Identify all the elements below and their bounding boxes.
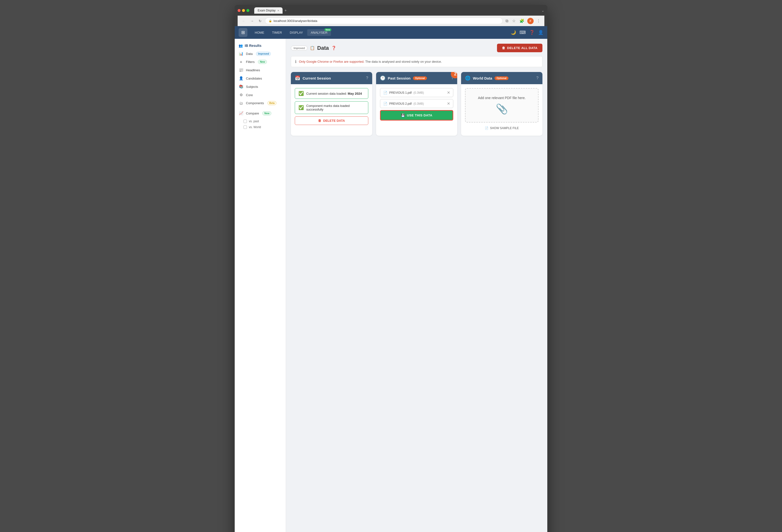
nav-display[interactable]: DISPLAY xyxy=(286,29,306,36)
world-data-title: World Data xyxy=(473,76,492,80)
vs-world-checkbox[interactable] xyxy=(244,125,247,129)
info-icon: ℹ xyxy=(295,59,296,64)
screen-capture-icon[interactable]: ⧉ xyxy=(504,18,509,24)
session-loaded-item: ✅ Current session data loaded: May 2024 xyxy=(295,88,368,99)
components-icon: 🗂 xyxy=(239,101,244,105)
data-improved-badge: Improved xyxy=(256,52,271,56)
page-title: Data xyxy=(317,45,329,51)
past-session-card: 🕐 Past Session Optional ? 2 📄 PREVIOUS 1… xyxy=(376,72,457,136)
past-session-optional-badge: Optional xyxy=(413,76,427,80)
window-expand-icon: ⌄ xyxy=(541,8,544,12)
check-circle-icon-2: ✅ xyxy=(298,105,304,110)
extensions-icon[interactable]: 🧩 xyxy=(519,17,525,24)
cards-grid: 📅 Current Session ? ✅ Current session da… xyxy=(291,72,542,136)
use-this-data-button[interactable]: 💾 USE THIS DATA xyxy=(380,110,454,120)
browser-forward-button[interactable]: → xyxy=(249,18,255,24)
current-session-card: 📅 Current Session ? ✅ Current session da… xyxy=(291,72,372,136)
past-file-1: 📄 PREVIOUS 1.pdf (0.3MB) ✕ xyxy=(380,88,454,97)
upload-area[interactable]: Add one relevant PDF file here. 📎 xyxy=(465,88,538,122)
tab-close-button[interactable]: × xyxy=(278,9,279,12)
app-logo-icon: ⊞ xyxy=(241,30,245,35)
app-logo: ⊞ xyxy=(239,28,247,37)
page-header: Improved 📋 Data ❓ 🗑 DELETE ALL DATA xyxy=(291,44,542,52)
sidebar-item-subjects[interactable]: 📚 Subjects xyxy=(235,82,286,91)
current-session-body: ✅ Current session data loaded: May 2024 … xyxy=(291,84,372,129)
check-circle-icon: ✅ xyxy=(298,91,304,96)
compare-icon: 📈 xyxy=(239,111,244,115)
clock-icon: 🕐 xyxy=(380,75,385,81)
sidebar-subitem-vs-past[interactable]: vs. past xyxy=(235,118,286,124)
info-banner: ℹ Only Google Chrome or Firefox are supp… xyxy=(291,56,542,67)
current-session-help-icon[interactable]: ? xyxy=(366,76,368,80)
app-nav-right: 🌙 ⌨ ❓ 👤 xyxy=(511,30,543,35)
address-bar[interactable]: 🔒 localhost:3003/analyser/ib/data xyxy=(265,17,503,24)
current-session-header: 📅 Current Session ? xyxy=(291,72,372,84)
normal-text: The data is analysed and stored solely o… xyxy=(365,60,442,64)
browser-refresh-button[interactable]: ↻ xyxy=(257,18,263,24)
maximize-traffic-light[interactable] xyxy=(246,9,249,12)
past-file-2: 📄 PREVIOUS 2.pdf (0.3MB) ✕ xyxy=(380,99,454,108)
remove-file-1-icon[interactable]: ✕ xyxy=(447,90,450,95)
app-nav-links: HOME TIMER DISPLAY ANALYSER New xyxy=(251,29,331,36)
sample-icon: 📄 xyxy=(485,126,489,130)
world-data-card: 🌐 World Data Optional ? Add one relevant… xyxy=(461,72,542,136)
sidebar-item-core[interactable]: ⚙ Core xyxy=(235,91,286,99)
sidebar: 👥 IB Results 📊 Data Improved ≡ Filters N… xyxy=(235,39,286,532)
page-help-icon[interactable]: ❓ xyxy=(331,46,336,50)
page-improved-badge: Improved xyxy=(291,46,308,50)
world-data-optional-badge: Optional xyxy=(495,76,508,80)
browser-back-button[interactable]: ← xyxy=(241,18,247,24)
data-icon: 📊 xyxy=(239,51,244,56)
filters-new-badge: New xyxy=(258,60,267,64)
remove-file-2-icon[interactable]: ✕ xyxy=(447,101,450,106)
sidebar-section-header[interactable]: 👥 IB Results xyxy=(235,42,286,49)
sidebar-item-headlines[interactable]: 📰 Headlines xyxy=(235,66,286,74)
tab-title: Exam Display xyxy=(258,9,276,12)
file-1-name: PREVIOUS 1.pdf (0.3MB) xyxy=(389,91,424,94)
results-icon: 👥 xyxy=(239,44,243,48)
components-beta-badge: Beta xyxy=(268,101,277,105)
browser-tab[interactable]: Exam Display × xyxy=(254,7,283,14)
nav-timer[interactable]: TIMER xyxy=(269,29,285,36)
world-data-header: 🌐 World Data Optional ? xyxy=(461,72,542,84)
sidebar-subitem-vs-world[interactable]: vs. World xyxy=(235,124,286,130)
sidebar-item-components[interactable]: 🗂 Components Beta xyxy=(235,99,286,107)
component-loaded-item: ✅ Component marks data loaded successful… xyxy=(295,101,368,114)
new-tab-button[interactable]: + xyxy=(285,8,287,13)
sidebar-item-filters[interactable]: ≡ Filters New xyxy=(235,58,286,66)
sidebar-item-compare[interactable]: 📈 Compare New xyxy=(235,109,286,117)
delete-all-data-button[interactable]: 🗑 DELETE ALL DATA xyxy=(497,44,542,52)
session-loaded-text: Current session data loaded: May 2024 xyxy=(306,92,362,96)
session-date: May 2024 xyxy=(348,92,362,96)
analyser-new-badge: New xyxy=(324,28,331,31)
help-nav-icon[interactable]: ❓ xyxy=(529,30,535,35)
close-traffic-light[interactable] xyxy=(238,9,241,12)
keyboard-icon[interactable]: ⌨ xyxy=(520,30,526,35)
pdf-icon-2: 📄 xyxy=(383,102,387,106)
user-nav-icon[interactable]: 👤 xyxy=(538,30,543,35)
minimize-traffic-light[interactable] xyxy=(242,9,245,12)
user-avatar[interactable]: F xyxy=(527,18,534,24)
world-data-help-icon[interactable]: ? xyxy=(536,76,538,80)
vs-past-checkbox[interactable] xyxy=(244,120,247,123)
show-sample-button[interactable]: 📄 SHOW SAMPLE FILE xyxy=(465,124,538,132)
sidebar-section-label: IB Results xyxy=(245,44,261,48)
delete-data-button[interactable]: 🗑 DELETE DATA xyxy=(295,116,368,125)
calendar-icon: 📅 xyxy=(295,75,300,81)
lock-icon: 🔒 xyxy=(269,19,272,23)
paperclip-icon: 📎 xyxy=(469,103,534,115)
candidates-icon: 👤 xyxy=(239,76,244,80)
menu-icon[interactable]: ⋮ xyxy=(536,17,541,24)
nav-analyser[interactable]: ANALYSER New xyxy=(307,29,331,36)
compare-subitems: vs. past vs. World xyxy=(235,117,286,131)
dark-mode-icon[interactable]: 🌙 xyxy=(511,30,516,35)
page-title-area: Improved 📋 Data ❓ xyxy=(291,45,336,51)
sidebar-item-data[interactable]: 📊 Data Improved xyxy=(235,49,286,58)
bookmark-icon[interactable]: ☆ xyxy=(511,17,517,24)
component-text: Component marks data loaded successfully xyxy=(306,104,365,111)
content-area: Improved 📋 Data ❓ 🗑 DELETE ALL DATA ℹ On… xyxy=(286,39,547,532)
filters-icon: ≡ xyxy=(239,60,244,64)
sidebar-item-candidates[interactable]: 👤 Candidates xyxy=(235,74,286,82)
nav-home[interactable]: HOME xyxy=(251,29,268,36)
globe-icon: 🌐 xyxy=(465,75,470,81)
